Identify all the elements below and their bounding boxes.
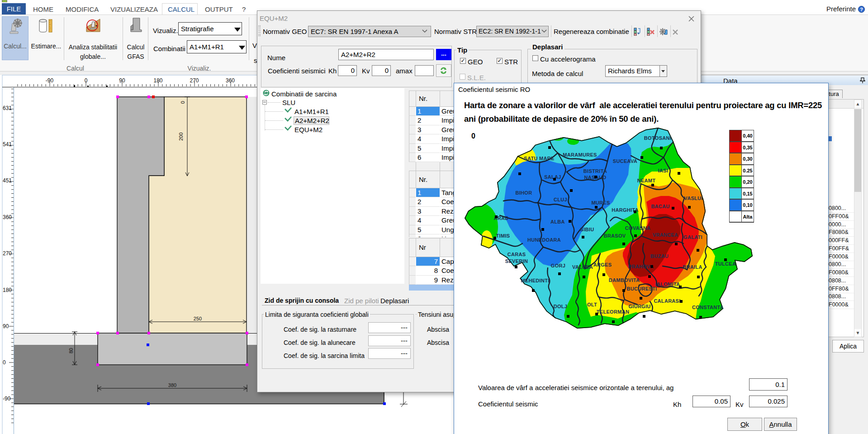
svg-text:200: 200 xyxy=(178,133,184,141)
svg-text:380: 380 xyxy=(168,382,176,388)
svg-text:631: 631 xyxy=(3,105,12,111)
svg-text:180: 180 xyxy=(3,287,12,293)
svg-text:-90: -90 xyxy=(46,77,54,84)
svg-text:250: 250 xyxy=(194,316,202,321)
svg-text:90: 90 xyxy=(3,323,9,329)
svg-text:0: 0 xyxy=(85,77,88,84)
svg-text:270: 270 xyxy=(190,77,199,84)
svg-text:270: 270 xyxy=(3,250,12,257)
svg-text:541: 541 xyxy=(3,141,12,148)
svg-text:451: 451 xyxy=(3,177,12,184)
svg-text:0: 0 xyxy=(180,101,185,104)
svg-text:360: 360 xyxy=(3,214,12,220)
svg-text:90: 90 xyxy=(119,77,125,84)
svg-text:180: 180 xyxy=(153,77,162,84)
svg-text:0: 0 xyxy=(3,359,6,366)
svg-text:360: 360 xyxy=(226,77,235,84)
svg-text:-90: -90 xyxy=(3,396,11,402)
svg-text:80: 80 xyxy=(68,348,74,353)
